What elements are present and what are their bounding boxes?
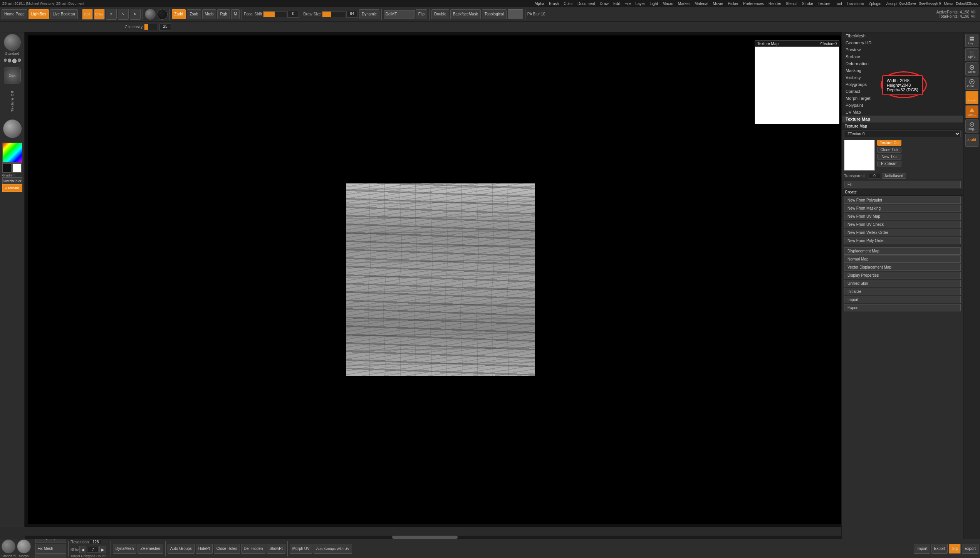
lightbox-button[interactable]: LightBox: [29, 9, 49, 19]
menu-render[interactable]: Render: [769, 2, 781, 6]
spr-icon-btn[interactable]: ⬛ Spr 3: [965, 48, 978, 61]
material-sphere-item[interactable]: Standard: [2, 34, 23, 55]
menu-stroke[interactable]: Stroke: [802, 2, 813, 6]
edit-icon-btn[interactable]: Edit: [82, 9, 93, 20]
draw-icon-btn[interactable]: Draw: [94, 9, 105, 20]
flyout-item-masking[interactable]: Masking: [842, 67, 963, 74]
new-from-vertex-order-btn[interactable]: New From Vertex Order: [844, 229, 961, 236]
flyout-item-texturemap[interactable]: Texture Map: [842, 116, 963, 123]
displacement-map-btn[interactable]: Displacement Map: [844, 247, 961, 255]
display-properties-btn[interactable]: Display Properties: [844, 272, 961, 279]
flyout-item-surface[interactable]: Surface: [842, 53, 963, 60]
transparent-value[interactable]: 0: [869, 173, 880, 179]
menu-picker[interactable]: Picker: [728, 2, 738, 6]
antialiased-button[interactable]: Antialiased: [882, 173, 906, 179]
menu-transform[interactable]: Transform: [847, 2, 864, 6]
menu-material[interactable]: Material: [695, 2, 708, 6]
material-sphere[interactable]: [4, 34, 21, 51]
menu-zscript[interactable]: Zscript: [886, 2, 898, 6]
groups-split-button[interactable]: Groups Split: [35, 539, 67, 543]
flyout-item-fibermesh[interactable]: FiberMesh: [842, 32, 963, 39]
live-boolean-button[interactable]: Live Boolean: [50, 9, 78, 19]
del-hidden-button[interactable]: Del Hidden: [241, 544, 265, 554]
color-sphere[interactable]: [145, 9, 156, 20]
menu-file[interactable]: File: [624, 2, 631, 6]
menu-alpha[interactable]: Alpha: [534, 2, 544, 6]
focal-shift-slider[interactable]: [263, 11, 286, 17]
draw-size-slider[interactable]: [322, 11, 345, 17]
backface-mask-button[interactable]: BackfaceMask: [450, 9, 481, 19]
export-btn[interactable]: Export: [844, 304, 961, 311]
menu-btn-label[interactable]: Menu: [944, 2, 953, 5]
menu-tool[interactable]: Tool: [835, 2, 842, 6]
auto-groups-with-uv-button[interactable]: Auto Groups With UV: [314, 544, 352, 554]
m-button[interactable]: M: [231, 9, 240, 19]
scale-icon-btn[interactable]: ⤡: [118, 9, 129, 20]
canvas-area[interactable]: [25, 32, 857, 527]
focal-shift-value[interactable]: 0: [287, 11, 299, 18]
color-picker-area[interactable]: Gradient SwitchColor Alternate: [2, 143, 22, 192]
new-from-poly-order-btn[interactable]: New From Poly Order: [844, 237, 961, 244]
dark-color-box[interactable]: [2, 163, 12, 173]
new-txtr-button[interactable]: New Txtr: [877, 154, 901, 160]
quick-save-label[interactable]: QuickSave: [899, 2, 916, 5]
normal-map-btn[interactable]: Normal Map: [844, 255, 961, 263]
zadd-button[interactable]: Zadd: [172, 9, 186, 19]
flyout-item-uvmap[interactable]: UV Map: [842, 109, 963, 116]
show-pt-button[interactable]: ShowPt: [267, 544, 285, 554]
resolution-value[interactable]: 128: [90, 539, 101, 545]
move-icon-btn[interactable]: ⬆: [106, 9, 117, 20]
local-icon-btn[interactable]: Local: [965, 91, 978, 104]
flyout-item-polypaint[interactable]: Polypaint: [842, 102, 963, 109]
z-intensity-value[interactable]: 25: [159, 24, 171, 30]
standard-ball[interactable]: [3, 119, 22, 138]
switch-color-btn[interactable]: SwitchColor: [2, 177, 22, 184]
hide-pt-button[interactable]: HidePt: [196, 544, 213, 554]
standard-sphere[interactable]: [2, 540, 15, 553]
geo-icon-btn[interactable]: Geo...: [965, 105, 978, 118]
standard-ball-item[interactable]: [3, 119, 22, 138]
dyna-mesh-button[interactable]: DynaMesh: [113, 544, 137, 554]
z-intensity-slider[interactable]: [144, 24, 158, 30]
menu-color[interactable]: Color: [564, 2, 573, 6]
texture-preview-thumb[interactable]: [844, 140, 875, 171]
del-mt-label[interactable]: DelMT: [386, 12, 397, 16]
draw-size-value[interactable]: 64: [346, 11, 358, 18]
zremesher-button[interactable]: ZRemesher: [138, 544, 163, 554]
mrgb-button[interactable]: Mrgb: [202, 9, 216, 19]
fix-mesh-button[interactable]: Fix Mesh: [35, 544, 67, 554]
topological-button[interactable]: Topological: [482, 9, 507, 19]
new-from-uv-check-btn[interactable]: New From UV Check: [844, 221, 961, 228]
menu-texture[interactable]: Texture: [818, 2, 831, 6]
menu-zplugin[interactable]: Zplugin: [869, 2, 881, 6]
new-from-masking-btn[interactable]: New From Masking: [844, 205, 961, 212]
bottom-export-button[interactable]: Export: [931, 544, 948, 554]
scroll-icon-btn[interactable]: Scroll: [965, 62, 978, 76]
menu-preferences[interactable]: Preferences: [743, 2, 764, 6]
zsub-button[interactable]: Zsub: [187, 9, 201, 19]
morph-uv-button[interactable]: Morph UV: [290, 544, 312, 554]
new-from-uv-map-btn[interactable]: New From UV Map: [844, 213, 961, 220]
grp-button[interactable]: Grp: [949, 544, 961, 554]
menu-edit[interactable]: Edit: [613, 2, 620, 6]
default-script-label[interactable]: DefaultZScript: [956, 2, 978, 5]
menu-stencil[interactable]: Stencil: [786, 2, 797, 6]
zadd-icon-btn[interactable]: ZAdd: [965, 134, 978, 147]
see-through-label[interactable]: See-through 0: [919, 2, 941, 5]
menu-draw[interactable]: Draw: [600, 2, 609, 6]
sdiv-increase[interactable]: ▶: [99, 546, 106, 553]
tang-icon-btn[interactable]: Tang...: [965, 119, 978, 133]
flyout-item-preview[interactable]: Preview: [842, 46, 963, 53]
menu-brush[interactable]: Brush: [549, 2, 559, 6]
color-sphere-2[interactable]: [157, 9, 168, 20]
double-button[interactable]: Double: [431, 9, 449, 19]
morph-sphere[interactable]: [17, 540, 31, 553]
texture-on-button[interactable]: Texture On: [877, 140, 901, 146]
sdiv-decrease[interactable]: ◀: [79, 546, 86, 553]
fix-seam-button[interactable]: Fix Seam: [877, 161, 901, 166]
h-scrollbar[interactable]: [25, 536, 841, 539]
check-mesh-inte-button[interactable]: Check Mesh Inte: [35, 555, 67, 558]
layer-icon-btn[interactable]: Lay...: [965, 34, 978, 47]
texture-dropdown[interactable]: ZTexture0: [844, 131, 961, 137]
rgb-button[interactable]: Rgb: [217, 9, 230, 19]
